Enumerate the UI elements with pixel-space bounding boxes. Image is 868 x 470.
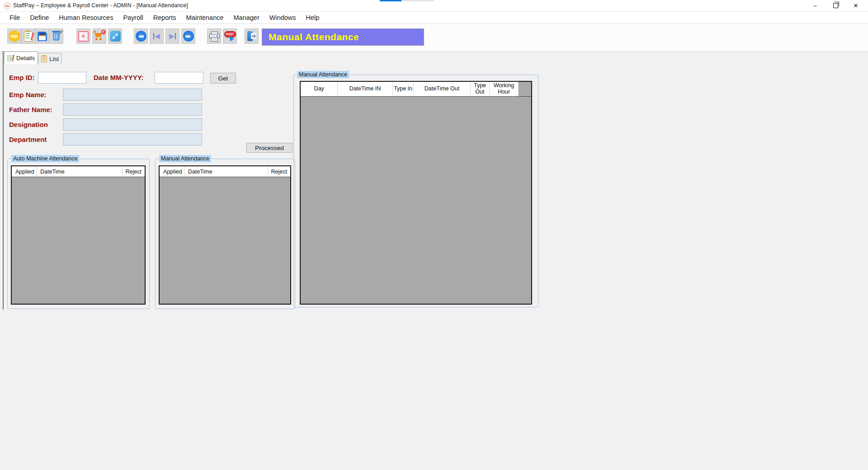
delete-icon: [53, 32, 60, 41]
menu-define[interactable]: Define: [25, 12, 54, 24]
next-record-button[interactable]: ▶: [165, 28, 179, 44]
column-header-datetime: DateTime: [37, 166, 123, 177]
manual-main-grid: Day DateTime IN Type In DateTime Out Typ…: [300, 81, 532, 305]
details-tab-label: Details: [16, 55, 35, 61]
mdi-child-left-border: [3, 51, 4, 310]
menu-payroll[interactable]: Payroll: [118, 12, 148, 24]
delete-button[interactable]: [49, 28, 63, 44]
department-label: Department: [9, 136, 47, 143]
first-record-icon: ◀◀: [136, 31, 146, 42]
previous-record-button[interactable]: ◀: [150, 28, 164, 44]
app-window: Sw StaffPay – Employee & Payroll Center …: [0, 0, 868, 470]
tab-list[interactable]: List: [38, 53, 61, 64]
list-tab-label: List: [49, 56, 59, 62]
column-header-applied: Applied: [160, 166, 185, 177]
auto-machine-caption: Auto Machine Attendance: [11, 155, 79, 162]
minimize-button[interactable]: –: [805, 0, 825, 11]
edit-button[interactable]: [21, 28, 35, 44]
auto-machine-grid-header: Applied DateTime Reject: [12, 166, 145, 177]
manual-main-caption: Manual Attendance: [297, 71, 349, 78]
add-record-button[interactable]: +: [76, 28, 90, 44]
manual-main-grid-body: [301, 97, 531, 304]
column-header-reject: Reject: [268, 166, 290, 177]
close-button[interactable]: ✕: [846, 0, 866, 11]
toolbar: NEW + ✕ ⤢ ◀◀ ◀: [0, 24, 868, 52]
title-bar: Sw StaffPay – Employee & Payroll Center …: [0, 0, 868, 12]
print-button[interactable]: [207, 28, 221, 44]
new-icon: NEW: [9, 31, 20, 42]
taskbar-peek-strip-gray: [401, 0, 434, 1]
manual-small-grid: Applied DateTime Reject: [159, 165, 291, 305]
emp-id-label: Emp ID:: [9, 74, 35, 81]
screen-title: Manual Attendance: [262, 32, 359, 42]
manual-main-grid-header: Day DateTime IN Type In DateTime Out Typ…: [301, 82, 531, 97]
save-icon: [38, 32, 47, 41]
column-header-datetime: DateTime: [185, 166, 268, 177]
taskbar-peek-strip-blue: [380, 0, 401, 1]
menu-bar: File Define Human Resources Payroll Repo…: [0, 12, 868, 24]
manual-small-caption: Manual Attendance: [159, 155, 211, 162]
first-record-button[interactable]: ◀◀: [134, 28, 148, 44]
column-header-type-in: Type In: [393, 82, 414, 96]
emp-name-label: Emp Name:: [9, 91, 47, 99]
menu-maintenance[interactable]: Maintenance: [181, 12, 228, 24]
new-button[interactable]: NEW: [7, 28, 21, 44]
previous-record-icon: ◀: [153, 32, 160, 40]
window-title: StaffPay – Employee & Payroll Center - A…: [13, 2, 188, 9]
date-label: Date MM-YYYY:: [94, 74, 144, 81]
designation-label: Designation: [9, 121, 48, 128]
cart-remove-icon: ✕: [94, 31, 105, 41]
refresh-icon: ⤢: [110, 31, 121, 42]
minimize-icon: –: [813, 2, 816, 9]
menu-file[interactable]: File: [5, 12, 25, 24]
column-header-type-out: Type Out: [471, 82, 490, 96]
column-header-datetime-out: DateTime Out: [414, 82, 471, 96]
post-button[interactable]: POST: [223, 28, 237, 44]
column-header-datetime-in: DateTime IN: [338, 82, 393, 96]
designation-field: [63, 118, 202, 131]
menu-help[interactable]: Help: [301, 12, 325, 24]
details-tab-icon: [7, 55, 14, 61]
auto-machine-grid-body: [12, 177, 145, 304]
manual-small-grid-body: [160, 177, 290, 304]
edit-icon: [24, 31, 33, 42]
emp-id-input[interactable]: [38, 72, 86, 84]
last-record-icon: ▶▶: [183, 31, 194, 42]
column-header-reject: Reject: [123, 166, 145, 177]
manual-small-grid-header: Applied DateTime Reject: [160, 166, 290, 177]
restore-button[interactable]: [826, 0, 845, 11]
print-icon: [209, 32, 219, 41]
screen-title-banner: Manual Attendance: [262, 28, 424, 46]
column-header-applied: Applied: [12, 166, 37, 177]
date-input[interactable]: [155, 72, 203, 84]
column-header-day: Day: [301, 82, 338, 96]
menu-human-resources[interactable]: Human Resources: [54, 12, 118, 24]
app-logo-icon: Sw: [4, 2, 11, 9]
auto-machine-grid: Applied DateTime Reject: [11, 165, 146, 305]
exit-button[interactable]: ➜: [245, 28, 259, 44]
column-header-working-hour: Working Hour: [490, 82, 519, 96]
get-button[interactable]: Get: [210, 73, 236, 84]
close-icon: ✕: [854, 2, 859, 9]
exit-icon: ➜: [246, 31, 257, 41]
list-tab-icon: [41, 56, 47, 62]
next-record-icon: ▶: [169, 32, 176, 40]
last-record-button[interactable]: ▶▶: [181, 28, 195, 44]
cancel-cart-button[interactable]: ✕: [92, 28, 106, 44]
add-window-icon: +: [78, 31, 89, 42]
header-filler: [519, 82, 531, 96]
tab-details[interactable]: Details: [4, 52, 38, 64]
refresh-button[interactable]: ⤢: [108, 28, 122, 44]
menu-manager[interactable]: Manager: [229, 12, 264, 24]
menu-reports[interactable]: Reports: [148, 12, 181, 24]
processed-button[interactable]: Processed: [246, 143, 292, 153]
menu-windows[interactable]: Windows: [264, 12, 301, 24]
department-field: [63, 133, 202, 146]
save-button[interactable]: [35, 28, 49, 44]
emp-name-field: [63, 89, 202, 101]
father-name-field: [63, 103, 202, 116]
father-name-label: Father Name:: [9, 106, 52, 113]
restore-icon: [833, 3, 838, 8]
post-stamp-icon: POST: [224, 31, 236, 41]
